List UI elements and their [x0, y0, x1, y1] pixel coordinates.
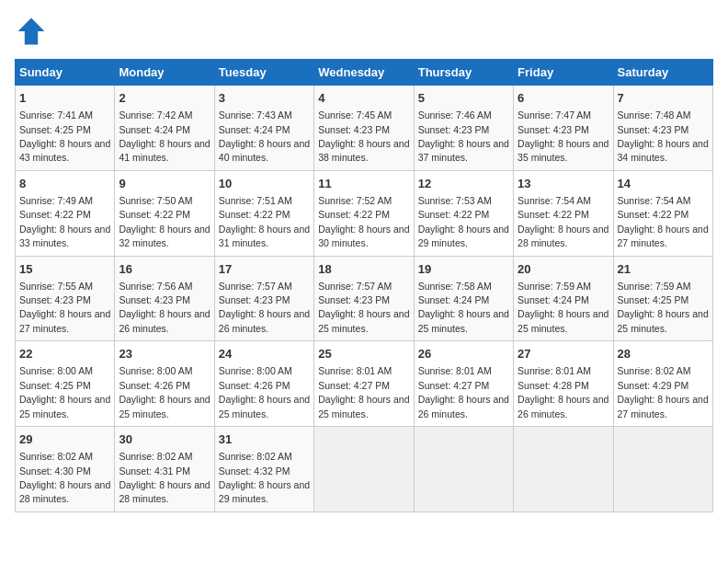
- calendar-cell: 2 Sunrise: 7:42 AMSunset: 4:24 PMDayligh…: [115, 86, 214, 171]
- calendar-cell: 29 Sunrise: 8:02 AMSunset: 4:30 PMDaylig…: [16, 427, 115, 512]
- calendar-cell: 7 Sunrise: 7:48 AMSunset: 4:23 PMDayligh…: [613, 86, 712, 171]
- day-number: 10: [219, 176, 310, 192]
- header-day-friday: Friday: [514, 60, 613, 86]
- day-info: Sunrise: 7:46 AMSunset: 4:23 PMDaylight:…: [418, 109, 509, 163]
- header-day-wednesday: Wednesday: [314, 60, 414, 86]
- day-number: 12: [418, 176, 509, 192]
- header-day-tuesday: Tuesday: [214, 60, 313, 86]
- calendar-cell: 23 Sunrise: 8:00 AMSunset: 4:26 PMDaylig…: [115, 341, 214, 427]
- day-info: Sunrise: 7:59 AMSunset: 4:25 PMDaylight:…: [618, 281, 709, 334]
- day-info: Sunrise: 7:53 AMSunset: 4:22 PMDaylight:…: [418, 195, 509, 248]
- calendar-cell: 10 Sunrise: 7:51 AMSunset: 4:22 PMDaylig…: [214, 170, 313, 256]
- calendar-cell: [613, 427, 712, 512]
- day-info: Sunrise: 7:55 AMSunset: 4:23 PMDaylight:…: [19, 281, 110, 334]
- calendar-body: 1 Sunrise: 7:41 AMSunset: 4:25 PMDayligh…: [16, 86, 713, 512]
- day-number: 16: [119, 261, 210, 278]
- day-info: Sunrise: 7:54 AMSunset: 4:22 PMDaylight:…: [518, 195, 609, 248]
- week-row-1: 1 Sunrise: 7:41 AMSunset: 4:25 PMDayligh…: [16, 86, 713, 171]
- day-number: 20: [518, 261, 609, 278]
- calendar-cell: 12 Sunrise: 7:53 AMSunset: 4:22 PMDaylig…: [414, 170, 513, 256]
- day-info: Sunrise: 7:58 AMSunset: 4:24 PMDaylight:…: [418, 281, 509, 334]
- calendar-cell: [414, 427, 513, 512]
- header-day-monday: Monday: [115, 60, 214, 86]
- day-info: Sunrise: 8:00 AMSunset: 4:26 PMDaylight:…: [119, 365, 210, 419]
- day-info: Sunrise: 7:57 AMSunset: 4:23 PMDaylight:…: [219, 281, 310, 334]
- calendar-cell: [514, 427, 613, 512]
- day-info: Sunrise: 7:54 AMSunset: 4:22 PMDaylight:…: [618, 195, 709, 248]
- day-info: Sunrise: 7:49 AMSunset: 4:22 PMDaylight:…: [19, 195, 110, 248]
- day-number: 26: [418, 346, 509, 362]
- header-day-saturday: Saturday: [613, 60, 712, 86]
- calendar-cell: 21 Sunrise: 7:59 AMSunset: 4:25 PMDaylig…: [613, 256, 712, 341]
- day-info: Sunrise: 8:00 AMSunset: 4:26 PMDaylight:…: [219, 365, 310, 419]
- day-info: Sunrise: 7:42 AMSunset: 4:24 PMDaylight:…: [119, 109, 210, 163]
- day-number: 22: [19, 346, 110, 362]
- week-row-5: 29 Sunrise: 8:02 AMSunset: 4:30 PMDaylig…: [16, 427, 713, 512]
- day-info: Sunrise: 7:41 AMSunset: 4:25 PMDaylight:…: [19, 109, 110, 163]
- calendar-cell: 22 Sunrise: 8:00 AMSunset: 4:25 PMDaylig…: [16, 341, 115, 427]
- calendar-cell: 17 Sunrise: 7:57 AMSunset: 4:23 PMDaylig…: [214, 256, 313, 341]
- day-number: 4: [318, 90, 409, 107]
- calendar-cell: 26 Sunrise: 8:01 AMSunset: 4:27 PMDaylig…: [414, 341, 513, 427]
- day-info: Sunrise: 8:01 AMSunset: 4:27 PMDaylight:…: [418, 365, 509, 419]
- day-number: 25: [318, 346, 409, 362]
- day-number: 6: [518, 90, 609, 107]
- day-info: Sunrise: 7:56 AMSunset: 4:23 PMDaylight:…: [119, 281, 210, 334]
- logo: [15, 15, 51, 48]
- day-number: 17: [219, 261, 310, 278]
- calendar-cell: 14 Sunrise: 7:54 AMSunset: 4:22 PMDaylig…: [613, 170, 712, 256]
- calendar-cell: 13 Sunrise: 7:54 AMSunset: 4:22 PMDaylig…: [514, 170, 613, 256]
- week-row-4: 22 Sunrise: 8:00 AMSunset: 4:25 PMDaylig…: [16, 341, 713, 427]
- calendar-cell: 5 Sunrise: 7:46 AMSunset: 4:23 PMDayligh…: [414, 86, 513, 171]
- calendar-cell: 9 Sunrise: 7:50 AMSunset: 4:22 PMDayligh…: [115, 170, 214, 256]
- day-number: 23: [119, 346, 210, 362]
- logo-icon: [15, 15, 48, 48]
- calendar-cell: 28 Sunrise: 8:02 AMSunset: 4:29 PMDaylig…: [613, 341, 712, 427]
- day-info: Sunrise: 7:50 AMSunset: 4:22 PMDaylight:…: [119, 195, 210, 248]
- day-number: 8: [19, 176, 110, 192]
- calendar-cell: 4 Sunrise: 7:45 AMSunset: 4:23 PMDayligh…: [314, 86, 414, 171]
- day-info: Sunrise: 8:01 AMSunset: 4:27 PMDaylight:…: [318, 365, 409, 419]
- day-number: 1: [19, 90, 110, 107]
- header-day-thursday: Thursday: [414, 60, 513, 86]
- day-number: 7: [618, 90, 709, 107]
- day-number: 28: [618, 346, 709, 362]
- calendar-header: SundayMondayTuesdayWednesdayThursdayFrid…: [16, 60, 713, 86]
- day-info: Sunrise: 7:48 AMSunset: 4:23 PMDaylight:…: [618, 109, 709, 163]
- day-info: Sunrise: 7:57 AMSunset: 4:23 PMDaylight:…: [318, 281, 409, 334]
- day-number: 24: [219, 346, 310, 362]
- day-info: Sunrise: 8:02 AMSunset: 4:32 PMDaylight:…: [219, 451, 310, 504]
- day-info: Sunrise: 8:02 AMSunset: 4:30 PMDaylight:…: [19, 451, 110, 504]
- svg-marker-0: [18, 18, 45, 45]
- day-number: 3: [219, 90, 310, 107]
- day-number: 18: [318, 261, 409, 278]
- calendar-cell: 30 Sunrise: 8:02 AMSunset: 4:31 PMDaylig…: [115, 427, 214, 512]
- day-info: Sunrise: 7:52 AMSunset: 4:22 PMDaylight:…: [318, 195, 409, 248]
- day-number: 30: [119, 431, 210, 448]
- calendar-cell: 15 Sunrise: 7:55 AMSunset: 4:23 PMDaylig…: [16, 256, 115, 341]
- day-info: Sunrise: 7:47 AMSunset: 4:23 PMDaylight:…: [518, 109, 609, 163]
- day-number: 14: [618, 176, 709, 192]
- day-info: Sunrise: 7:51 AMSunset: 4:22 PMDaylight:…: [219, 195, 310, 248]
- calendar-cell: 27 Sunrise: 8:01 AMSunset: 4:28 PMDaylig…: [514, 341, 613, 427]
- day-info: Sunrise: 7:59 AMSunset: 4:24 PMDaylight:…: [518, 281, 609, 334]
- calendar-cell: [314, 427, 414, 512]
- calendar-cell: 3 Sunrise: 7:43 AMSunset: 4:24 PMDayligh…: [214, 86, 313, 171]
- day-info: Sunrise: 7:43 AMSunset: 4:24 PMDaylight:…: [219, 109, 310, 163]
- header-day-sunday: Sunday: [16, 60, 115, 86]
- day-number: 27: [518, 346, 609, 362]
- calendar-cell: 18 Sunrise: 7:57 AMSunset: 4:23 PMDaylig…: [314, 256, 414, 341]
- calendar-cell: 16 Sunrise: 7:56 AMSunset: 4:23 PMDaylig…: [115, 256, 214, 341]
- week-row-2: 8 Sunrise: 7:49 AMSunset: 4:22 PMDayligh…: [16, 170, 713, 256]
- day-info: Sunrise: 7:45 AMSunset: 4:23 PMDaylight:…: [318, 109, 409, 163]
- day-number: 21: [618, 261, 709, 278]
- calendar-cell: 6 Sunrise: 7:47 AMSunset: 4:23 PMDayligh…: [514, 86, 613, 171]
- page-header: [15, 15, 713, 48]
- calendar-cell: 20 Sunrise: 7:59 AMSunset: 4:24 PMDaylig…: [514, 256, 613, 341]
- day-info: Sunrise: 8:00 AMSunset: 4:25 PMDaylight:…: [19, 365, 110, 419]
- calendar-cell: 25 Sunrise: 8:01 AMSunset: 4:27 PMDaylig…: [314, 341, 414, 427]
- day-number: 31: [219, 431, 310, 448]
- calendar-table: SundayMondayTuesdayWednesdayThursdayFrid…: [15, 59, 713, 512]
- calendar-cell: 8 Sunrise: 7:49 AMSunset: 4:22 PMDayligh…: [16, 170, 115, 256]
- day-info: Sunrise: 8:02 AMSunset: 4:29 PMDaylight:…: [618, 365, 709, 419]
